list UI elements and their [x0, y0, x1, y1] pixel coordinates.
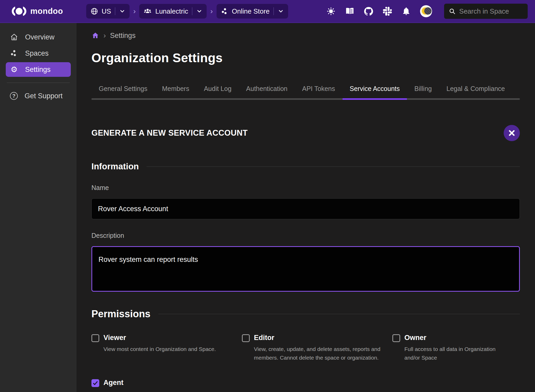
chevron-down-icon[interactable]: [119, 8, 125, 14]
pill-divider: [274, 7, 274, 15]
avatar-moon-graphic: [424, 7, 432, 15]
name-field-label: Name: [91, 184, 520, 192]
viewer-checkbox[interactable]: [91, 334, 99, 342]
permission-label: Viewer: [103, 334, 216, 342]
tab-track: [91, 98, 520, 100]
close-panel-button[interactable]: [504, 125, 520, 141]
logo-wordmark: mondoo: [30, 7, 63, 16]
help-question-icon: ?: [10, 92, 18, 100]
permission-option-viewer: Viewer View most content in Organization…: [91, 334, 242, 362]
sidebar-divider: [7, 83, 70, 83]
globe-icon: [90, 7, 98, 15]
mondoo-logo-icon: [11, 6, 27, 16]
owner-checkbox[interactable]: [392, 334, 400, 342]
permission-option-editor: Editor View, create, update, and delete …: [242, 334, 392, 362]
breadcrumb-separator: ›: [103, 31, 106, 40]
editor-checkbox[interactable]: [242, 334, 250, 342]
close-icon: [508, 129, 515, 137]
sidebar-item-label: Get Support: [25, 92, 63, 100]
description-input[interactable]: [91, 246, 520, 292]
chevron-down-icon[interactable]: [278, 8, 284, 14]
people-group-icon: [143, 7, 152, 15]
user-avatar[interactable]: [420, 5, 432, 17]
sidebar-item-spaces[interactable]: Spaces: [6, 46, 71, 61]
permission-option-owner: Owner Full access to all data in Organiz…: [392, 334, 520, 362]
sidebar-item-label: Overview: [25, 33, 55, 41]
space-dots-icon: [221, 7, 229, 15]
space-search[interactable]: [444, 4, 528, 19]
search-icon: [449, 7, 456, 15]
docs-book-icon[interactable]: [345, 6, 355, 16]
organization-label: Lunalectric: [155, 7, 188, 15]
tab-authentication[interactable]: Authentication: [239, 81, 295, 98]
search-input[interactable]: [459, 7, 523, 15]
sidebar-item-label: Settings: [25, 66, 51, 74]
top-bar: mondoo US › Lunalectric: [0, 0, 535, 23]
context-breadcrumb-pills: US › Lunalectric › Online S: [86, 4, 288, 19]
tab-general-settings[interactable]: General Settings: [91, 81, 155, 98]
theme-brightness-icon[interactable]: [326, 6, 336, 16]
section-divider: [147, 166, 520, 167]
github-icon[interactable]: [364, 6, 374, 16]
tab-audit-log[interactable]: Audit Log: [196, 81, 239, 98]
permission-description: Full access to all data in Organization …: [404, 345, 509, 362]
sidebar-item-overview[interactable]: Overview: [6, 30, 71, 44]
space-selector[interactable]: Online Store: [217, 4, 288, 19]
permission-label: Owner: [404, 334, 509, 342]
slack-icon[interactable]: [382, 6, 392, 16]
permission-description: View, create, update, and delete assets,…: [254, 345, 382, 362]
space-label: Online Store: [232, 7, 270, 15]
agent-checkbox[interactable]: [91, 379, 99, 387]
permission-label: Editor: [254, 334, 382, 342]
permissions-grid: Viewer View most content in Organization…: [91, 334, 520, 392]
pill-divider: [115, 7, 115, 15]
spaces-dots-icon: [10, 49, 18, 57]
tab-billing[interactable]: Billing: [407, 81, 439, 98]
gear-icon: ⚙: [10, 66, 18, 73]
permission-label: Agent: [103, 379, 231, 387]
sidebar-item-get-support[interactable]: ? Get Support: [6, 89, 71, 103]
tab-members[interactable]: Members: [155, 81, 196, 98]
permission-description: View most content in Organization and Sp…: [103, 345, 216, 354]
description-field-label: Description: [91, 232, 520, 239]
tab-legal-compliance[interactable]: Legal & Compliance: [439, 81, 512, 98]
panel-heading: GENERATE A NEW SERVICE ACCOUNT: [91, 128, 248, 138]
tab-api-tokens[interactable]: API Tokens: [295, 81, 342, 98]
permissions-section-title: Permissions: [91, 308, 150, 320]
settings-tabs: General Settings Members Audit Log Authe…: [91, 81, 520, 98]
sidebar: Overview Spaces ⚙ Settings ? Get Support: [0, 23, 77, 392]
region-label: US: [102, 7, 111, 15]
name-input[interactable]: [91, 198, 520, 219]
region-selector[interactable]: US: [86, 4, 130, 19]
mondoo-logo[interactable]: mondoo: [11, 6, 77, 16]
main-content: › Settings Organization Settings General…: [77, 23, 535, 392]
permission-description: Ability to fetch and run polices and que…: [103, 390, 231, 392]
tab-service-accounts[interactable]: Service Accounts: [342, 81, 407, 98]
chevron-down-icon[interactable]: [196, 8, 202, 14]
sidebar-item-label: Spaces: [25, 49, 49, 57]
pill-separator: ›: [209, 7, 214, 15]
permission-option-agent: Agent Ability to fetch and run polices a…: [91, 379, 242, 392]
page-title: Organization Settings: [91, 51, 520, 65]
topbar-actions: [326, 4, 528, 19]
pill-divider: [192, 7, 192, 15]
pill-separator: ›: [132, 7, 137, 15]
home-icon: [10, 33, 18, 41]
breadcrumb-home-icon[interactable]: [91, 32, 99, 39]
organization-selector[interactable]: Lunalectric: [139, 4, 207, 19]
section-divider: [158, 314, 520, 314]
information-section-title: Information: [91, 162, 139, 171]
sidebar-item-settings[interactable]: ⚙ Settings: [6, 62, 71, 77]
notifications-bell-icon[interactable]: [401, 6, 411, 16]
breadcrumb-current: Settings: [110, 32, 136, 40]
breadcrumb: › Settings: [91, 31, 520, 40]
